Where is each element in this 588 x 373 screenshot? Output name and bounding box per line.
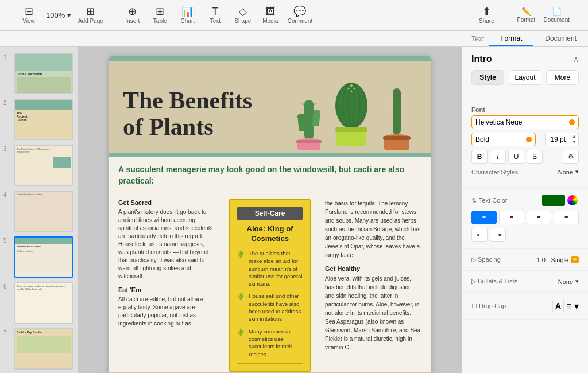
insert-icon: ⊕ — [128, 6, 137, 17]
self-care-card: Self-Care Aloe: King of Cosmetics 🌵 The … — [229, 199, 311, 372]
chart-button[interactable]: 📊 Chart — [177, 6, 198, 24]
format-tab-button[interactable]: ✏️ Format — [516, 7, 536, 23]
comment-label: Comment — [288, 18, 312, 24]
thumbnail-3[interactable]: 3 The Past + Future of Succulentstext co… — [0, 143, 78, 187]
svg-point-17 — [354, 88, 355, 90]
style-buttons: Style Layout More — [471, 70, 579, 85]
char-styles-row: Character Styles None ▾ — [471, 168, 579, 176]
get-healthy-heading: Get Healthy — [325, 265, 421, 272]
align-center-button[interactable]: ≡ — [499, 211, 524, 224]
align-left-button[interactable]: ≡ — [471, 211, 497, 224]
size-down-arrow[interactable]: ▼ — [572, 139, 577, 145]
align-right-button[interactable]: ≡ — [527, 211, 552, 224]
self-care-item-1: 🌵 The qualities that make aloe an aid fo… — [237, 250, 303, 287]
text-color-swatch[interactable] — [542, 195, 565, 206]
dropcap-checkbox[interactable]: ☐ — [471, 302, 477, 309]
spacing-label: ▷ Spacing — [471, 256, 501, 263]
color-wheel-icon[interactable] — [567, 195, 578, 205]
eat-em-heading: Eat 'Em — [118, 286, 215, 293]
cactus-3 — [377, 83, 417, 151]
char-styles-select[interactable]: None ▾ — [558, 168, 579, 176]
thumbnail-2[interactable]: 2 TheAncientGarden — [0, 98, 78, 141]
font-name-select[interactable]: Helvetica Neue — [471, 115, 579, 129]
italic-button[interactable]: I — [490, 150, 506, 164]
svg-line-6 — [314, 103, 316, 106]
media-icon: 🖼 — [265, 6, 276, 17]
panel-header: Intro ∧ — [471, 54, 579, 64]
zoom-button[interactable]: 100% ▾ 100% — [46, 11, 71, 19]
svg-rect-32 — [383, 136, 411, 140]
document-page: The Benefits of Plants — [109, 56, 431, 373]
self-care-icon-2: 🌵 — [237, 292, 245, 323]
shape-button[interactable]: ◇ Shape — [233, 6, 253, 24]
thumbnail-5[interactable]: 5 The Benefits of Plants Get Sacred text… — [0, 235, 78, 279]
font-weight-select[interactable]: Bold — [471, 133, 536, 146]
bullets-chevron[interactable]: ▷ — [471, 278, 476, 285]
insert-button[interactable]: ⊕ Insert — [122, 6, 143, 24]
font-size-stepper[interactable]: 19 pt ▲ ▼ — [545, 133, 579, 146]
align-justify-button[interactable]: ≡ — [554, 211, 579, 224]
bold-button[interactable]: B — [471, 150, 488, 164]
style-tab-button[interactable]: Style — [471, 70, 504, 85]
self-care-icon-1: 🌵 — [237, 250, 245, 287]
more-options-button[interactable]: ⚙ — [563, 150, 579, 164]
svg-point-14 — [350, 84, 353, 87]
strikethrough-button[interactable]: S — [527, 150, 543, 164]
insert-label: Insert — [125, 18, 140, 24]
indent-increase-button[interactable]: ⇥ — [490, 228, 506, 242]
svg-point-15 — [351, 91, 353, 92]
col-right: the basis for tequila. The lemony Pursla… — [316, 199, 431, 372]
table-button[interactable]: ⊞ Table — [150, 6, 171, 24]
thumbnail-4[interactable]: 4 Content about ancient succulents — [0, 189, 78, 233]
text-color-row: ⇅ Text Color — [471, 195, 579, 206]
add-page-button[interactable]: ⊞ Add Page — [78, 6, 103, 24]
bullets-section: ▷ Bullets & Lists None ▾ — [462, 271, 588, 293]
get-sacred-heading: Get Sacred — [118, 199, 215, 206]
shape-label: Shape — [234, 18, 251, 24]
thumbnail-7[interactable]: 7 Build a Dry Garden — [0, 327, 78, 371]
thumbnail-6[interactable]: 6 There are a vast number of types of su… — [0, 281, 78, 325]
font-style-row: Bold 19 pt ▲ ▼ — [471, 133, 579, 146]
share-button[interactable]: ⬆ Share — [476, 6, 497, 24]
media-label: Media — [262, 18, 278, 24]
dropcap-options-btn[interactable]: ≡ ▾ — [566, 301, 579, 312]
underline-button[interactable]: U — [508, 150, 524, 164]
document-tab-button[interactable]: 📄 Document — [543, 7, 570, 23]
more-tab-button[interactable]: More — [546, 70, 579, 85]
panel-title: Intro — [471, 54, 492, 64]
dropcap-label: ☐ Drop Cap — [471, 302, 506, 310]
align-buttons-row: ≡ ≡ ≡ ≡ — [471, 211, 579, 224]
format-tab-label: Format — [517, 17, 536, 23]
share-group: ⬆ Share — [467, 0, 506, 30]
tab-format[interactable]: Format — [489, 32, 533, 46]
table-label: Table — [153, 18, 167, 24]
char-styles-label: Character Styles — [471, 169, 518, 176]
spacing-control: 1.0 - Single ≡ — [537, 256, 579, 263]
format-bar: Text Format Document — [0, 31, 588, 47]
add-page-icon: ⊞ — [86, 6, 95, 17]
view-label: View — [22, 18, 35, 24]
share-label: Share — [479, 18, 494, 24]
view-button[interactable]: ⊟ View — [18, 6, 39, 24]
layout-tab-button[interactable]: Layout — [509, 70, 541, 85]
text-button[interactable]: T Text — [205, 6, 226, 24]
dropcap-section: ☐ Drop Cap A ≡ ▾ — [462, 293, 588, 320]
svg-point-10 — [335, 83, 368, 129]
spacing-options-btn[interactable]: ≡ — [571, 256, 579, 263]
bullets-select[interactable]: None ▾ — [558, 278, 579, 285]
format-buttons-row: B I U S ⚙ — [471, 150, 579, 164]
media-button[interactable]: 🖼 Media — [260, 6, 281, 24]
chart-icon: 📊 — [181, 6, 194, 17]
panel-chevron-icon[interactable]: ∧ — [573, 55, 579, 64]
comment-button[interactable]: 💬 Comment — [288, 6, 312, 24]
thumbnail-1[interactable]: 1 Cacti & Succulents — [0, 52, 78, 95]
table-icon: ⊞ — [156, 6, 164, 17]
text-color-section: ⇅ Text Color ≡ ≡ ≡ ≡ ⇤ ⇥ — [462, 188, 588, 249]
size-arrows[interactable]: ▲ ▼ — [570, 133, 578, 145]
spacing-chevron[interactable]: ▷ — [471, 256, 476, 263]
size-up-arrow[interactable]: ▲ — [572, 134, 577, 139]
tab-document[interactable]: Document — [533, 32, 588, 46]
hero-title: The Benefits of Plants — [123, 87, 285, 140]
indent-decrease-button[interactable]: ⇤ — [471, 228, 488, 242]
font-name-row: Helvetica Neue — [471, 115, 579, 129]
